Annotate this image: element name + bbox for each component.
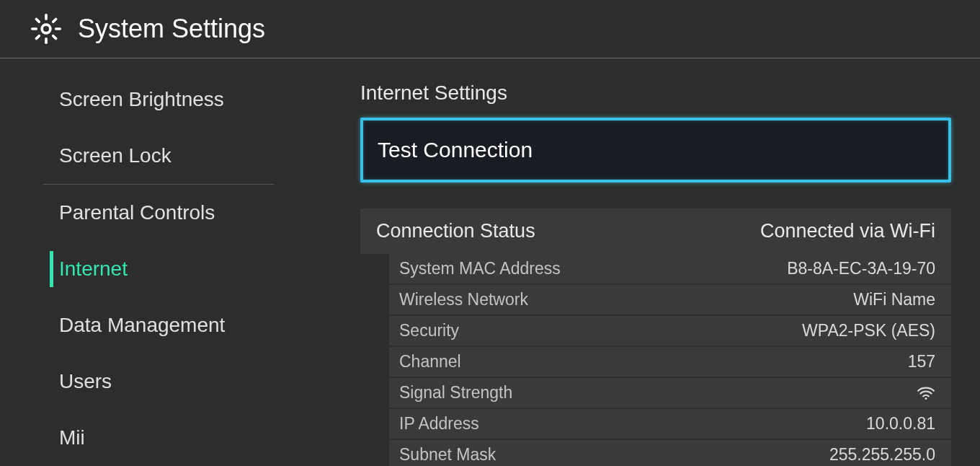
status-row-value: 157: [908, 352, 935, 372]
sidebar: Screen Brightness Screen Lock Parental C…: [0, 58, 317, 466]
svg-line-8: [53, 19, 56, 22]
status-row-ip-address: IP Address 10.0.0.81: [389, 409, 951, 440]
status-row-channel: Channel 157: [389, 347, 951, 378]
status-row-label: Signal Strength: [399, 383, 512, 403]
sidebar-item-data-management[interactable]: Data Management: [0, 297, 317, 353]
status-row-subnet-mask: Subnet Mask 255.255.255.0: [389, 440, 951, 466]
svg-line-7: [36, 36, 39, 39]
app-header: System Settings: [0, 0, 980, 58]
svg-line-6: [53, 36, 56, 39]
wifi-icon: [917, 386, 935, 400]
status-row-label: Channel: [399, 352, 461, 372]
svg-point-0: [42, 25, 50, 33]
status-row-security: Security WPA2-PSK (AES): [389, 316, 951, 347]
status-row-value: B8-8A-EC-3A-19-70: [787, 259, 935, 278]
sidebar-item-parental-controls[interactable]: Parental Controls: [0, 185, 317, 241]
sidebar-item-screen-brightness[interactable]: Screen Brightness: [0, 71, 317, 128]
connection-status-header: Connection Status Connected via Wi-Fi: [360, 208, 951, 254]
connection-status-block: Connection Status Connected via Wi-Fi Sy…: [360, 208, 951, 466]
connection-status-label: Connection Status: [376, 220, 535, 242]
svg-point-9: [925, 397, 927, 400]
status-row-value: 10.0.0.81: [866, 414, 935, 434]
status-row-label: System MAC Address: [399, 259, 561, 278]
status-row-mac-address: System MAC Address B8-8A-EC-3A-19-70: [389, 254, 951, 285]
settings-gear-icon: [30, 13, 62, 45]
status-row-label: Security: [399, 321, 459, 340]
connection-status-value: Connected via Wi-Fi: [760, 220, 935, 242]
status-row-label: IP Address: [399, 414, 479, 434]
sidebar-item-mii[interactable]: Mii: [0, 410, 317, 466]
page-title: System Settings: [78, 14, 265, 44]
status-row-signal-strength: Signal Strength: [389, 378, 951, 409]
status-row-label: Subnet Mask: [399, 445, 496, 465]
status-row-wireless-network: Wireless Network WiFi Name: [389, 285, 951, 316]
sidebar-item-internet[interactable]: Internet: [0, 241, 317, 297]
status-row-value: WiFi Name: [853, 290, 935, 309]
status-row-value: 255.255.255.0: [829, 445, 935, 465]
status-row-value: WPA2-PSK (AES): [802, 321, 935, 340]
test-connection-button[interactable]: Test Connection: [360, 118, 951, 183]
main-panel: Internet Settings Test Connection Connec…: [317, 58, 980, 466]
sidebar-item-screen-lock[interactable]: Screen Lock: [0, 128, 317, 184]
svg-line-5: [36, 19, 39, 22]
section-heading-internet-settings: Internet Settings: [360, 74, 951, 118]
sidebar-item-users[interactable]: Users: [0, 353, 317, 410]
status-row-label: Wireless Network: [399, 290, 528, 309]
